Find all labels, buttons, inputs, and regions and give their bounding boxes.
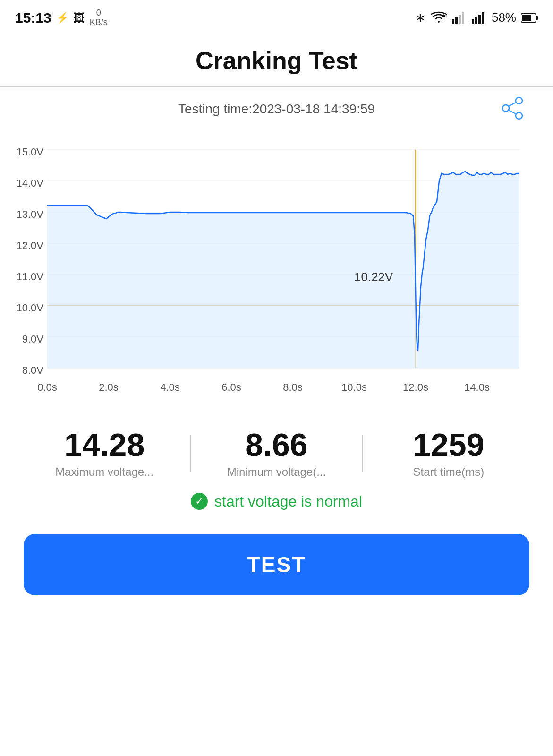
svg-line-15 xyxy=(509,103,516,106)
svg-rect-7 xyxy=(478,15,481,24)
svg-text:VoLTE1: VoLTE1 xyxy=(442,13,447,18)
svg-rect-8 xyxy=(482,12,484,24)
svg-text:15.0V: 15.0V xyxy=(17,146,44,158)
signal-icon2 xyxy=(472,12,487,24)
svg-text:14.0V: 14.0V xyxy=(17,177,44,189)
svg-text:10.0s: 10.0s xyxy=(341,381,367,393)
status-bar: 15:13 ⚡ 🖼 0KB/s ∗ VoLTE1 58% xyxy=(0,0,553,32)
svg-text:14.0s: 14.0s xyxy=(464,381,490,393)
test-button[interactable]: TEST xyxy=(24,534,529,595)
svg-rect-1 xyxy=(452,19,454,24)
status-time: 15:13 xyxy=(15,10,51,26)
svg-rect-10 xyxy=(536,16,538,20)
status-left: 15:13 ⚡ 🖼 0KB/s xyxy=(15,9,108,27)
stats-row: 14.28 Maximum voltage... 8.66 Minimum vo… xyxy=(0,414,553,483)
page-title: Cranking Test xyxy=(0,32,553,86)
start-time-label: Start time(ms) xyxy=(363,465,534,479)
max-voltage-label: Maximum voltage... xyxy=(19,465,190,479)
signal-icon xyxy=(452,12,467,24)
kb-label: 0KB/s xyxy=(90,9,108,27)
battery-icon xyxy=(521,13,538,23)
svg-point-13 xyxy=(516,112,522,119)
svg-text:10.0V: 10.0V xyxy=(17,302,44,314)
svg-text:8.0V: 8.0V xyxy=(22,364,44,376)
start-time-stat: 1259 Start time(ms) xyxy=(363,429,534,479)
status-right: ∗ VoLTE1 58% xyxy=(415,10,538,25)
start-time-value: 1259 xyxy=(363,429,534,461)
svg-text:13.0V: 13.0V xyxy=(17,208,44,220)
wifi-icon: VoLTE1 xyxy=(430,11,447,25)
svg-rect-2 xyxy=(455,17,458,24)
max-voltage-stat: 14.28 Maximum voltage... xyxy=(19,429,190,479)
test-button-container: TEST xyxy=(0,524,553,614)
svg-text:12.0s: 12.0s xyxy=(403,381,428,393)
status-msg-text: start voltage is normal xyxy=(214,493,362,510)
svg-text:6.0s: 6.0s xyxy=(221,381,241,393)
status-icon-photo: 🖼 xyxy=(74,11,85,25)
svg-rect-5 xyxy=(472,19,474,24)
top-divider xyxy=(0,86,553,87)
battery-pct: 58% xyxy=(492,10,516,25)
svg-text:4.0s: 4.0s xyxy=(160,381,180,393)
svg-text:11.0V: 11.0V xyxy=(17,271,44,283)
bluetooth-icon: ∗ xyxy=(415,10,425,25)
testing-time-text: Testing time:2023-03-18 14:39:59 xyxy=(178,102,375,117)
flash-icon: ⚡ xyxy=(56,12,69,24)
svg-rect-6 xyxy=(475,17,477,24)
max-voltage-value: 14.28 xyxy=(19,429,190,461)
chart-container: 15.0V 14.0V 13.0V 12.0V 11.0V 10.0V 9.0V… xyxy=(0,131,553,414)
voltage-chart: 15.0V 14.0V 13.0V 12.0V 11.0V 10.0V 9.0V… xyxy=(9,136,529,410)
svg-point-12 xyxy=(516,97,522,104)
testing-time-row: Testing time:2023-03-18 14:39:59 xyxy=(0,102,553,131)
svg-rect-4 xyxy=(462,12,464,24)
svg-text:2.0s: 2.0s xyxy=(99,381,119,393)
share-button[interactable] xyxy=(500,96,525,122)
check-circle-icon: ✓ xyxy=(191,493,208,510)
svg-text:0.0s: 0.0s xyxy=(37,381,57,393)
voltage-annotation: 10.22V xyxy=(354,270,393,284)
svg-rect-3 xyxy=(459,15,461,24)
svg-text:12.0V: 12.0V xyxy=(17,240,44,251)
min-voltage-label: Minimum voltage(... xyxy=(191,465,362,479)
svg-line-16 xyxy=(509,110,516,114)
status-message: ✓ start voltage is normal xyxy=(0,483,553,524)
svg-text:8.0s: 8.0s xyxy=(283,381,303,393)
svg-text:9.0V: 9.0V xyxy=(22,333,44,345)
min-voltage-stat: 8.66 Minimum voltage(... xyxy=(191,429,362,479)
svg-rect-11 xyxy=(522,15,531,21)
min-voltage-value: 8.66 xyxy=(191,429,362,461)
svg-point-14 xyxy=(502,105,509,112)
